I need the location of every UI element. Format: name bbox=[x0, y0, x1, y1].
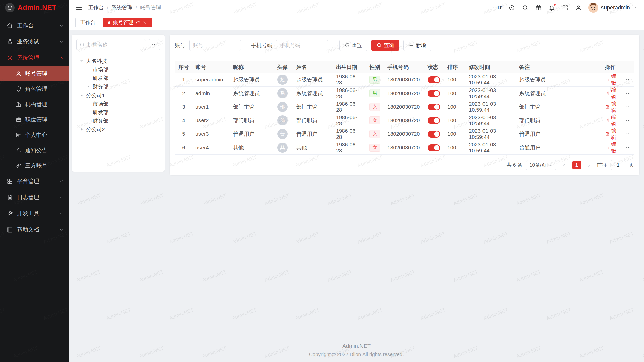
cell-actions: 编辑 bbox=[600, 100, 634, 114]
status-toggle[interactable] bbox=[428, 144, 440, 151]
tab-account-mgmt[interactable]: 账号管理 bbox=[103, 18, 152, 27]
chevron-down-icon bbox=[549, 163, 553, 167]
phone-filter-input[interactable] bbox=[276, 40, 328, 51]
query-button[interactable]: 查询 bbox=[371, 40, 399, 51]
breadcrumb-item[interactable]: 系统管理 bbox=[111, 4, 133, 11]
row-more-button[interactable] bbox=[626, 118, 631, 123]
edit-button[interactable]: 编辑 bbox=[605, 73, 620, 86]
tree-node[interactable]: 财务部 bbox=[76, 82, 160, 91]
sidebar-subitem-position-mgmt[interactable]: 职位管理 bbox=[0, 112, 69, 127]
tab-refresh-button[interactable] bbox=[136, 20, 140, 25]
tree-node[interactable]: 研发部 bbox=[76, 108, 160, 117]
tree-node[interactable]: 分公司1 bbox=[76, 91, 160, 100]
tree-node-label: 分公司1 bbox=[86, 92, 105, 99]
user-profile[interactable]: superadmin bbox=[588, 3, 637, 13]
sidebar-item-log-mgmt[interactable]: 日志管理 bbox=[0, 189, 69, 205]
sidebar-subitem-org-mgmt[interactable]: 机构管理 bbox=[0, 97, 69, 112]
org-search-input[interactable] bbox=[87, 42, 143, 48]
sidebar-subitem-third-party-account[interactable]: 三方账号 bbox=[0, 158, 69, 173]
tab-close-button[interactable] bbox=[143, 20, 147, 25]
status-toggle[interactable] bbox=[428, 76, 440, 83]
sidebar-item-platform-mgmt[interactable]: 平台管理 bbox=[0, 173, 69, 189]
row-more-button[interactable] bbox=[626, 90, 631, 96]
sidebar-subitem-role-mgmt[interactable]: 角色管理 bbox=[0, 81, 69, 97]
cell-gender: 男 bbox=[365, 73, 384, 86]
row-avatar: 部 bbox=[277, 115, 288, 125]
collapse-sidebar-icon[interactable] bbox=[75, 4, 83, 11]
avatar bbox=[588, 3, 598, 13]
cell-remark: 普通用户 bbox=[516, 127, 600, 141]
ellipsis-icon bbox=[626, 131, 631, 137]
goto-page-input[interactable] bbox=[611, 160, 625, 170]
sidebar-menu: 工作台业务测试系统管理账号管理角色管理机构管理职位管理个人中心通知公告三方账号平… bbox=[0, 15, 69, 238]
tree-caret-right[interactable] bbox=[79, 127, 85, 132]
font-size-icon[interactable]: Tt bbox=[496, 4, 502, 11]
prev-page-button[interactable] bbox=[560, 161, 569, 169]
goto-label: 前往 bbox=[597, 162, 607, 168]
theme-icon[interactable] bbox=[508, 4, 515, 11]
tree-node[interactable]: 市场部 bbox=[76, 65, 160, 74]
tree-node[interactable]: 财务部 bbox=[76, 117, 160, 125]
next-page-button[interactable] bbox=[585, 161, 593, 169]
row-more-button[interactable] bbox=[626, 104, 631, 110]
sidebar-item-business-test[interactable]: 业务测试 bbox=[0, 34, 69, 50]
edit-button[interactable]: 编辑 bbox=[605, 86, 620, 100]
breadcrumb-item[interactable]: 工作台 bbox=[88, 4, 104, 11]
reset-button[interactable]: 重置 bbox=[339, 40, 367, 51]
cell-phone: 18020030720 bbox=[384, 141, 425, 154]
cell-actions: 编辑 bbox=[600, 86, 634, 100]
cell-nickname: 超级管理员 bbox=[230, 73, 272, 86]
account-filter-input[interactable] bbox=[189, 40, 241, 51]
query-button-label: 查询 bbox=[384, 42, 394, 49]
status-toggle[interactable] bbox=[428, 104, 440, 110]
status-toggle[interactable] bbox=[428, 131, 440, 138]
breadcrumb-item[interactable]: 账号管理 bbox=[140, 4, 161, 11]
logo[interactable]: Admin.NET bbox=[0, 0, 69, 15]
edit-icon bbox=[605, 77, 610, 82]
tree-caret-down[interactable] bbox=[79, 93, 85, 98]
tree-node[interactable]: 分公司2 bbox=[76, 125, 160, 134]
cell-modified-time: 2023-01-03 10:59:44 bbox=[466, 114, 516, 127]
chevron-down-icon bbox=[59, 211, 64, 216]
row-avatar: 部 bbox=[277, 102, 288, 112]
status-toggle[interactable] bbox=[428, 90, 440, 97]
tree-node[interactable]: 研发部 bbox=[76, 74, 160, 82]
caret-down-icon bbox=[79, 59, 84, 63]
sidebar-item-system-mgmt[interactable]: 系统管理 bbox=[0, 50, 69, 66]
edit-button[interactable]: 编辑 bbox=[605, 114, 620, 127]
tree-caret-right[interactable] bbox=[86, 84, 92, 89]
sidebar-item-dev-tools[interactable]: 开发工具 bbox=[0, 205, 69, 221]
tree-node[interactable]: 大名科技 bbox=[76, 57, 160, 65]
notifications-icon[interactable] bbox=[548, 4, 555, 11]
sidebar-item-label: 日志管理 bbox=[17, 194, 55, 201]
row-more-button[interactable] bbox=[626, 145, 631, 150]
sidebar-subitem-notice[interactable]: 通知公告 bbox=[0, 143, 69, 158]
tree-caret-down[interactable] bbox=[79, 58, 85, 64]
tree-node[interactable]: 市场部 bbox=[76, 100, 160, 108]
sidebar-subitem-account-mgmt[interactable]: 账号管理 bbox=[0, 66, 69, 81]
profile-icon[interactable] bbox=[575, 4, 582, 11]
sidebar-item-workbench[interactable]: 工作台 bbox=[0, 18, 69, 34]
add-button[interactable]: 新增 bbox=[403, 40, 431, 51]
sidebar-item-label: 业务测试 bbox=[17, 38, 55, 46]
row-more-button[interactable] bbox=[626, 77, 631, 82]
search-icon[interactable] bbox=[522, 4, 528, 11]
edit-button[interactable]: 编辑 bbox=[605, 141, 620, 154]
total-count: 共 6 条 bbox=[507, 162, 522, 168]
refresh-icon bbox=[345, 43, 350, 48]
row-more-button[interactable] bbox=[626, 131, 631, 137]
edit-button[interactable]: 编辑 bbox=[605, 127, 620, 141]
gift-icon[interactable] bbox=[535, 4, 542, 11]
status-toggle[interactable] bbox=[428, 117, 440, 124]
fullscreen-icon[interactable] bbox=[562, 4, 568, 11]
sidebar-item-help-docs[interactable]: 帮助文档 bbox=[0, 221, 69, 238]
page-number-button[interactable]: 1 bbox=[572, 161, 581, 169]
cell-gender: 男 bbox=[365, 86, 384, 100]
edit-button[interactable]: 编辑 bbox=[605, 100, 620, 114]
tab-workbench[interactable]: 工作台 bbox=[75, 18, 100, 27]
tree-more-button[interactable] bbox=[149, 39, 160, 50]
cell-actions: 编辑 bbox=[600, 114, 634, 127]
sidebar-subitem-personal-center[interactable]: 个人中心 bbox=[0, 127, 69, 143]
page-size-select[interactable]: 10条/页 bbox=[526, 160, 556, 170]
tab-label: 账号管理 bbox=[113, 19, 133, 26]
